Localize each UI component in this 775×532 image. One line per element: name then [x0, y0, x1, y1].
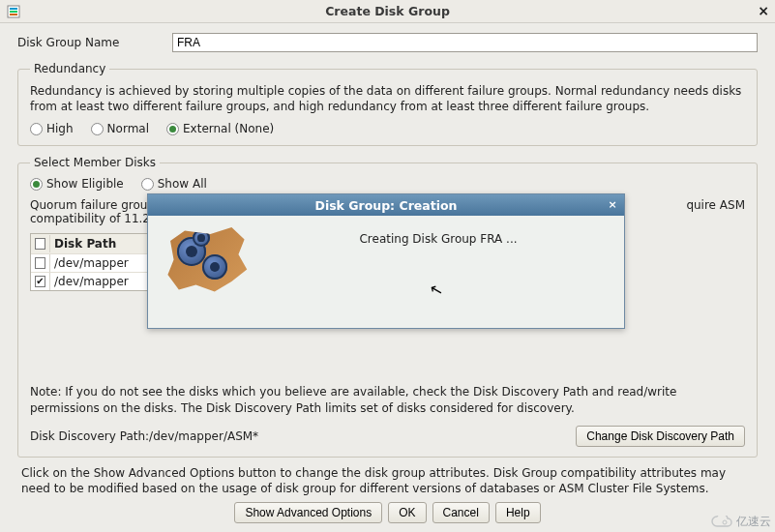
cancel-button[interactable]: Cancel [432, 502, 490, 523]
progress-dialog: Disk Group: Creation × Creating Disk Gro… [147, 193, 625, 329]
redundancy-high[interactable]: High [30, 122, 74, 135]
discovery-note: Note: If you do not see the disks which … [30, 384, 745, 415]
svg-point-4 [723, 520, 727, 524]
working-icon [164, 227, 249, 295]
radio-label: High [46, 122, 74, 135]
close-icon[interactable]: × [606, 197, 619, 211]
radio-label: Normal [107, 122, 149, 135]
filter-all[interactable]: Show All [141, 177, 207, 191]
show-advanced-button[interactable]: Show Advanced Options [234, 502, 382, 523]
radio-label: External (None) [183, 122, 274, 135]
progress-dialog-titlebar: Disk Group: Creation × [148, 194, 624, 216]
row-diskpath: /dev/mapper [50, 254, 155, 272]
disk-group-name-label: Disk Group Name [17, 36, 172, 49]
help-button[interactable]: Help [495, 502, 541, 523]
window-titlebar: Create Disk Group × [0, 0, 775, 23]
table-row[interactable]: /dev/mapper [31, 253, 155, 272]
change-discovery-path-button[interactable]: Change Disk Discovery Path [576, 426, 745, 447]
redundancy-legend: Redundancy [30, 62, 109, 75]
radio-icon [166, 123, 179, 135]
radio-icon [141, 178, 154, 191]
redundancy-options: High Normal External (None) [30, 122, 745, 135]
redundancy-normal[interactable]: Normal [91, 122, 149, 135]
row-checkbox[interactable] [35, 276, 45, 287]
progress-message: Creating Disk Group FRA ... [268, 227, 609, 246]
member-disks-legend: Select Member Disks [30, 156, 160, 169]
radio-icon [30, 178, 43, 191]
dialog-button-row: Show Advanced Options OK Cancel Help [17, 502, 758, 523]
radio-label: Show All [158, 177, 207, 191]
member-filter: Show Eligible Show All [30, 177, 745, 191]
watermark: 亿速云 [711, 514, 771, 530]
require-asm-partial: quire ASM [686, 198, 745, 225]
table-header: Disk Path [31, 234, 155, 253]
disk-group-name-row: Disk Group Name [17, 33, 758, 52]
table-row[interactable]: /dev/mapper [31, 272, 155, 290]
disk-group-name-input[interactable] [172, 33, 758, 52]
redundancy-external[interactable]: External (None) [166, 122, 274, 135]
radio-icon [91, 123, 104, 135]
redundancy-description: Redundancy is achieved by storing multip… [30, 83, 745, 114]
table-header-checkbox[interactable] [31, 235, 50, 252]
filter-eligible[interactable]: Show Eligible [30, 177, 124, 191]
advanced-note: Click on the Show Advanced Options butto… [21, 465, 754, 496]
row-diskpath: /dev/mapper [50, 273, 155, 290]
window-title: Create Disk Group [0, 4, 775, 18]
redundancy-group: Redundancy Redundancy is achieved by sto… [17, 62, 758, 146]
disk-table: Disk Path /dev/mapper /dev/mapper [30, 233, 156, 291]
progress-dialog-title: Disk Group: Creation [315, 198, 458, 213]
discovery-path: Disk Discovery Path:/dev/mapper/ASM* [30, 429, 258, 443]
ok-button[interactable]: OK [388, 502, 426, 523]
radio-label: Show Eligible [46, 177, 124, 191]
row-checkbox[interactable] [35, 257, 45, 269]
table-header-diskpath[interactable]: Disk Path [50, 235, 155, 252]
close-icon[interactable]: × [758, 3, 769, 18]
radio-icon [30, 123, 43, 135]
quorum-note-partial: Quorum failure group compatibility of 11… [30, 198, 155, 225]
